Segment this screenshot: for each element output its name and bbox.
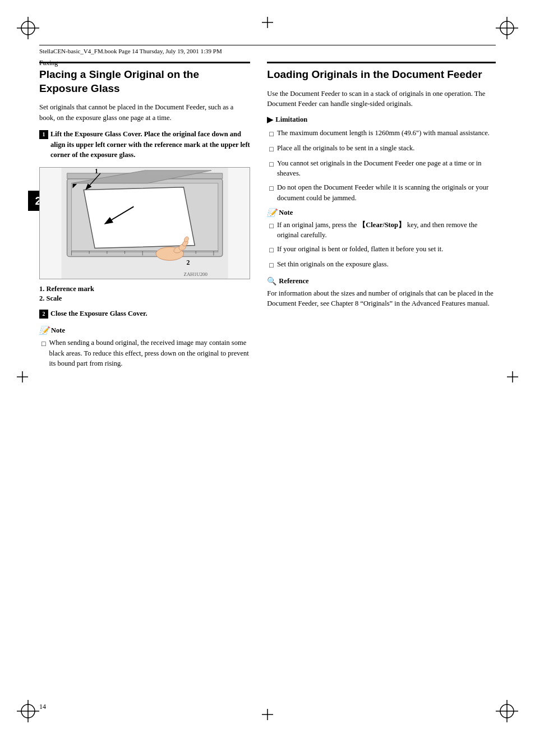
right-column: Loading Originals in the Document Feeder… (267, 62, 496, 372)
diagram-label-2: 2. Scale (39, 294, 250, 303)
corner-mark-tl (17, 17, 39, 39)
main-content: Placing a Single Original on the Exposur… (39, 62, 496, 700)
right-bullet-sym-1: □ (269, 221, 274, 241)
reference-label: Reference (279, 277, 308, 285)
step-1-text: Lift the Exposure Glass Cover. Place the… (50, 129, 250, 160)
left-note-text-1: When sending a bound original, the recei… (49, 338, 251, 369)
svg-text:ZAH1U200: ZAH1U200 (183, 271, 207, 277)
label-1-text: Reference mark (47, 285, 95, 293)
step-1-number: 1 (39, 130, 48, 139)
left-note-label: Note (51, 326, 65, 335)
right-note-bullet-2: □ If your original is bent or folded, fl… (267, 244, 496, 256)
left-note-section: 📝 Note □ When sending a bound original, … (39, 326, 250, 369)
label-1-num: 1. (39, 285, 47, 293)
left-column: Placing a Single Original on the Exposur… (39, 62, 250, 372)
center-mark-right (507, 371, 518, 385)
reference-body: For information about the sizes and numb… (267, 288, 496, 310)
left-note-header: 📝 Note (39, 326, 250, 335)
note-icon-right: 📝 (267, 208, 276, 218)
corner-mark-br (496, 700, 518, 722)
diagram-label-1: 1. Reference mark (39, 285, 250, 293)
step-2-header: 2 Close the Exposure Glass Cover. (39, 308, 250, 319)
corner-mark-bl (17, 700, 39, 722)
limitation-bullet-4: □ Do not open the Document Feeder while … (267, 182, 496, 204)
limitation-text-2: Place all the originals to be sent in a … (277, 143, 414, 155)
note-icon-left: 📝 (39, 326, 49, 335)
right-note-header: 📝 Note (267, 208, 496, 218)
limitation-bullet-3: □ You cannot set originals in the Docume… (267, 158, 496, 179)
step-2: 2 Close the Exposure Glass Cover. (39, 308, 250, 319)
limitation-bullet-1: □ The maximum document length is 1260mm … (267, 128, 496, 140)
right-intro: Use the Document Feeder to scan in a sta… (267, 89, 496, 110)
center-mark-top (262, 17, 273, 30)
page-header: StellaCEN-basic_V4_FM.book Page 14 Thurs… (39, 45, 496, 54)
left-section-title: Placing a Single Original on the Exposur… (39, 62, 250, 95)
limitation-text-1: The maximum document length is 1260mm (4… (277, 128, 490, 140)
right-note-bullet-1: □ If an original jams, press the 【Clear/… (267, 220, 496, 241)
right-note-section: 📝 Note □ If an original jams, press the … (267, 208, 496, 271)
lim-bullet-sym-3: □ (269, 159, 274, 179)
svg-text:2: 2 (186, 259, 190, 266)
exposure-glass-diagram: 1 2 (39, 167, 250, 279)
left-intro: Set originals that cannot be placed in t… (39, 102, 250, 123)
reference-icon: 🔍 (267, 276, 276, 286)
two-columns: Placing a Single Original on the Exposur… (39, 62, 496, 372)
corner-mark-tr (496, 17, 518, 39)
svg-text:1: 1 (95, 168, 98, 175)
right-note-bullet-3: □ Set thin originals on the exposure gla… (267, 259, 496, 271)
right-bullet-sym-3: □ (269, 260, 274, 271)
step-2-number: 2 (39, 310, 48, 319)
step-1: 1 Lift the Exposure Glass Cover. Place t… (39, 129, 250, 160)
right-note-text-3: Set thin originals on the exposure glass… (277, 259, 389, 271)
bullet-symbol-1: □ (41, 339, 46, 369)
diagram-labels: 1. Reference mark 2. Scale (39, 285, 250, 303)
label-2-num: 2. (39, 294, 47, 302)
reference-section: 🔍 Reference For information about the si… (267, 276, 496, 310)
svg-marker-25 (84, 187, 195, 248)
limitation-text-3: You cannot set originals in the Document… (277, 158, 496, 179)
right-section-title: Loading Originals in the Document Feeder (267, 62, 496, 82)
right-note-text-2: If your original is bent or folded, flat… (277, 244, 443, 256)
lim-bullet-sym-4: □ (269, 183, 274, 204)
left-note-bullet-1: □ When sending a bound original, the rec… (39, 338, 250, 369)
right-note-label: Note (279, 209, 293, 217)
header-file-info: StellaCEN-basic_V4_FM.book Page 14 Thurs… (39, 48, 496, 54)
diagram-svg: 1 2 (40, 168, 250, 279)
center-mark-left (17, 371, 28, 385)
page-number: 14 (39, 703, 46, 711)
limitation-text-4: Do not open the Document Feeder while it… (277, 182, 496, 204)
right-note-text-1: If an original jams, press the 【Clear/St… (277, 220, 496, 241)
step-1-header: 1 Lift the Exposure Glass Cover. Place t… (39, 129, 250, 160)
right-bullet-sym-2: □ (269, 245, 274, 256)
limitation-header: ▶ Limitation (267, 115, 496, 125)
lim-bullet-sym-1: □ (269, 129, 274, 140)
limitation-bullet-2: □ Place all the originals to be sent in … (267, 143, 496, 155)
reference-header: 🔍 Reference (267, 276, 496, 286)
limitation-icon: ▶ (267, 115, 273, 125)
step-2-text: Close the Exposure Glass Cover. (50, 308, 147, 319)
center-mark-bottom (262, 709, 273, 722)
lim-bullet-sym-2: □ (269, 144, 274, 155)
limitation-label: Limitation (275, 116, 307, 124)
label-2-text: Scale (47, 294, 62, 302)
page: StellaCEN-basic_V4_FM.book Page 14 Thurs… (0, 0, 535, 756)
